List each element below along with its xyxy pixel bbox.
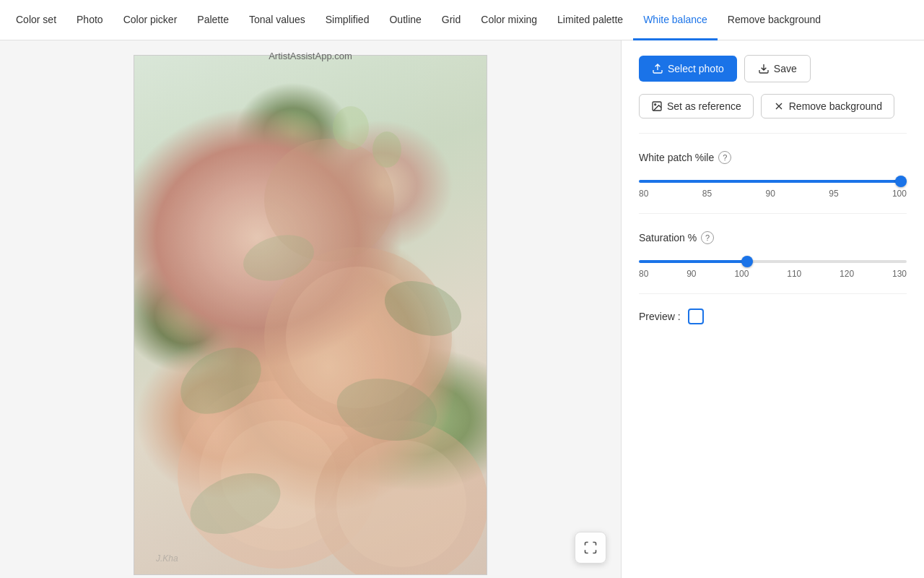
main-layout: ArtistAssistApp.com [0,40,924,578]
saturation-help-icon[interactable]: ? [701,231,714,244]
divider-1 [639,133,907,134]
nav-item-limited-palette[interactable]: Limited palette [547,0,633,40]
nav-item-palette[interactable]: Palette [187,0,239,40]
saturation-label-row: Saturation % ? [639,231,907,244]
save-button[interactable]: Save [744,55,811,82]
saturation-slider[interactable] [639,260,907,263]
saturation-label: Saturation % [639,232,697,243]
svg-rect-15 [134,56,487,575]
preview-label: Preview : [639,311,681,322]
nav-item-grid[interactable]: Grid [432,0,471,40]
set-as-reference-label: Set as reference [667,100,741,112]
white-patch-tick-labels: 80 85 90 95 100 [639,189,907,199]
nav-item-color-set[interactable]: Color set [6,0,66,40]
saturation-tick-labels: 80 90 100 110 120 130 [639,269,907,279]
painting-image: J.Kha [134,55,487,575]
nav-item-photo[interactable]: Photo [66,0,113,40]
remove-bg-icon [773,100,785,112]
canvas-area: ArtistAssistApp.com [0,40,621,578]
svg-point-18 [655,104,656,105]
action-buttons-row2: Set as reference Remove background [639,94,907,118]
nav-item-color-mixing[interactable]: Color mixing [471,0,547,40]
nav-item-color-picker[interactable]: Color picker [113,0,188,40]
white-patch-section: White patch %ile ? 80 85 90 95 100 [639,148,907,199]
saturation-section: Saturation % ? 80 90 100 110 120 130 [639,228,907,279]
nav-item-white-balance[interactable]: White balance [633,0,718,40]
top-nav: Color set Photo Color picker Palette Ton… [0,0,924,40]
white-patch-slider-container: 80 85 90 95 100 [639,173,907,199]
white-patch-label-row: White patch %ile ? [639,151,907,164]
divider-2 [639,213,907,214]
divider-3 [639,293,907,294]
save-label: Save [774,63,797,74]
action-buttons-row1: Select photo Save [639,55,907,82]
right-panel: Select photo Save Set as reference [621,40,924,578]
white-patch-label: White patch %ile [639,152,714,163]
select-photo-button[interactable]: Select photo [639,56,737,82]
preview-checkbox[interactable] [688,309,704,324]
select-photo-label: Select photo [668,63,724,74]
fullscreen-button[interactable] [575,532,606,564]
nav-item-tonal-values[interactable]: Tonal values [239,0,315,40]
remove-background-button[interactable]: Remove background [761,94,894,118]
upload-icon [652,63,663,74]
image-icon [651,100,663,112]
painting-container: J.Kha [134,55,487,575]
preview-row: Preview : [639,309,907,324]
nav-item-simplified[interactable]: Simplified [315,0,380,40]
svg-text:J.Kha: J.Kha [155,553,178,564]
nav-item-outline[interactable]: Outline [379,0,431,40]
white-patch-help-icon[interactable]: ? [718,151,731,164]
set-as-reference-button[interactable]: Set as reference [639,94,754,118]
watermark: ArtistAssistApp.com [269,51,352,61]
saturation-slider-container: 80 90 100 110 120 130 [639,253,907,279]
remove-background-label: Remove background [789,100,882,112]
save-icon [758,63,770,74]
nav-item-remove-background[interactable]: Remove background [718,0,831,40]
white-patch-slider[interactable] [639,180,907,183]
